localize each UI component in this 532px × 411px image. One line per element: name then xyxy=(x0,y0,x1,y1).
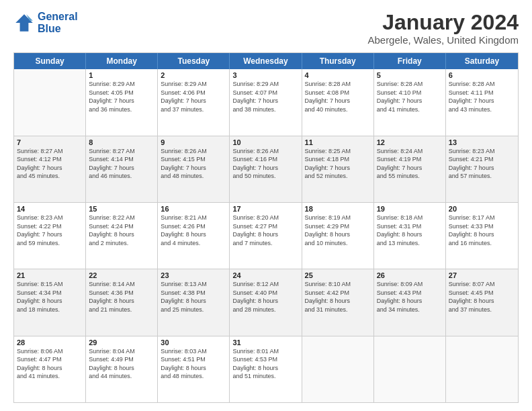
day-info: Sunrise: 8:29 AM Sunset: 4:05 PM Dayligh… xyxy=(89,80,154,113)
day-info: Sunrise: 8:03 AM Sunset: 4:51 PM Dayligh… xyxy=(161,347,226,381)
day-number: 6 xyxy=(449,71,515,79)
day-number: 2 xyxy=(161,71,226,79)
cal-cell-empty xyxy=(302,336,374,402)
day-info: Sunrise: 8:22 AM Sunset: 4:24 PM Dayligh… xyxy=(89,214,154,247)
day-number: 7 xyxy=(17,138,83,146)
day-number: 14 xyxy=(17,205,83,213)
cal-cell-day: 17Sunrise: 8:20 AM Sunset: 4:27 PM Dayli… xyxy=(230,203,302,269)
day-number: 15 xyxy=(89,205,154,213)
day-info: Sunrise: 8:23 AM Sunset: 4:22 PM Dayligh… xyxy=(17,214,83,247)
cal-cell-day: 27Sunrise: 8:07 AM Sunset: 4:45 PM Dayli… xyxy=(446,269,518,335)
cal-cell-day: 7Sunrise: 8:27 AM Sunset: 4:12 PM Daylig… xyxy=(14,136,86,202)
cal-cell-day: 1Sunrise: 8:29 AM Sunset: 4:05 PM Daylig… xyxy=(86,69,158,135)
cal-cell-day: 8Sunrise: 8:27 AM Sunset: 4:14 PM Daylig… xyxy=(86,136,158,202)
day-info: Sunrise: 8:04 AM Sunset: 4:49 PM Dayligh… xyxy=(89,347,154,381)
day-number: 11 xyxy=(305,138,371,146)
cal-cell-empty xyxy=(374,336,446,402)
calendar-body: 1Sunrise: 8:29 AM Sunset: 4:05 PM Daylig… xyxy=(14,69,518,402)
day-info: Sunrise: 8:23 AM Sunset: 4:21 PM Dayligh… xyxy=(449,147,515,181)
day-number: 21 xyxy=(17,271,83,279)
day-info: Sunrise: 8:18 AM Sunset: 4:31 PM Dayligh… xyxy=(377,214,443,247)
day-number: 28 xyxy=(17,338,83,347)
day-number: 5 xyxy=(377,71,443,79)
cal-header-cell: Tuesday xyxy=(158,53,230,69)
cal-cell-day: 10Sunrise: 8:26 AM Sunset: 4:16 PM Dayli… xyxy=(230,136,302,202)
day-info: Sunrise: 8:29 AM Sunset: 4:06 PM Dayligh… xyxy=(161,80,226,113)
day-info: Sunrise: 8:19 AM Sunset: 4:29 PM Dayligh… xyxy=(305,214,371,247)
day-info: Sunrise: 8:28 AM Sunset: 4:11 PM Dayligh… xyxy=(449,80,515,113)
cal-cell-day: 9Sunrise: 8:26 AM Sunset: 4:15 PM Daylig… xyxy=(158,136,230,202)
day-info: Sunrise: 8:25 AM Sunset: 4:18 PM Dayligh… xyxy=(305,147,371,181)
logo-text: General Blue xyxy=(38,11,78,34)
cal-cell-day: 29Sunrise: 8:04 AM Sunset: 4:49 PM Dayli… xyxy=(86,336,158,402)
cal-cell-empty xyxy=(446,336,518,402)
cal-cell-day: 4Sunrise: 8:28 AM Sunset: 4:08 PM Daylig… xyxy=(302,69,374,135)
day-info: Sunrise: 8:06 AM Sunset: 4:47 PM Dayligh… xyxy=(17,347,83,381)
cal-cell-day: 21Sunrise: 8:15 AM Sunset: 4:34 PM Dayli… xyxy=(14,269,86,335)
day-info: Sunrise: 8:10 AM Sunset: 4:42 PM Dayligh… xyxy=(305,280,371,314)
cal-cell-day: 19Sunrise: 8:18 AM Sunset: 4:31 PM Dayli… xyxy=(374,203,446,269)
day-number: 23 xyxy=(161,271,226,279)
cal-cell-day: 13Sunrise: 8:23 AM Sunset: 4:21 PM Dayli… xyxy=(446,136,518,202)
day-info: Sunrise: 8:13 AM Sunset: 4:38 PM Dayligh… xyxy=(161,280,226,314)
cal-cell-day: 18Sunrise: 8:19 AM Sunset: 4:29 PM Dayli… xyxy=(302,203,374,269)
day-number: 10 xyxy=(232,138,298,146)
day-number: 8 xyxy=(89,138,154,146)
header: General Blue January 2024 Abergele, Wale… xyxy=(13,11,519,46)
cal-week-row: 1Sunrise: 8:29 AM Sunset: 4:05 PM Daylig… xyxy=(14,69,518,136)
title-block: January 2024 Abergele, Wales, United Kin… xyxy=(367,11,519,46)
day-number: 13 xyxy=(449,138,515,146)
day-info: Sunrise: 8:21 AM Sunset: 4:26 PM Dayligh… xyxy=(161,214,226,247)
day-number: 26 xyxy=(377,271,443,279)
cal-cell-day: 23Sunrise: 8:13 AM Sunset: 4:38 PM Dayli… xyxy=(158,269,230,335)
svg-marker-0 xyxy=(15,14,33,32)
cal-cell-day: 3Sunrise: 8:29 AM Sunset: 4:07 PM Daylig… xyxy=(230,69,302,135)
day-info: Sunrise: 8:17 AM Sunset: 4:33 PM Dayligh… xyxy=(449,214,515,247)
day-number: 19 xyxy=(377,205,443,213)
day-info: Sunrise: 8:26 AM Sunset: 4:15 PM Dayligh… xyxy=(161,147,226,181)
cal-cell-day: 12Sunrise: 8:24 AM Sunset: 4:19 PM Dayli… xyxy=(374,136,446,202)
cal-cell-empty xyxy=(14,69,86,135)
day-number: 24 xyxy=(232,271,298,279)
day-info: Sunrise: 8:12 AM Sunset: 4:40 PM Dayligh… xyxy=(232,280,298,314)
day-info: Sunrise: 8:29 AM Sunset: 4:07 PM Dayligh… xyxy=(232,80,298,113)
day-number: 30 xyxy=(161,338,226,347)
cal-header-cell: Thursday xyxy=(302,53,374,69)
day-info: Sunrise: 8:01 AM Sunset: 4:53 PM Dayligh… xyxy=(232,347,298,381)
day-info: Sunrise: 8:15 AM Sunset: 4:34 PM Dayligh… xyxy=(17,280,83,314)
day-number: 29 xyxy=(89,338,154,347)
cal-cell-day: 25Sunrise: 8:10 AM Sunset: 4:42 PM Dayli… xyxy=(302,269,374,335)
calendar-header-row: SundayMondayTuesdayWednesdayThursdayFrid… xyxy=(14,53,518,69)
day-info: Sunrise: 8:09 AM Sunset: 4:43 PM Dayligh… xyxy=(377,280,443,314)
cal-cell-day: 6Sunrise: 8:28 AM Sunset: 4:11 PM Daylig… xyxy=(446,69,518,135)
cal-cell-day: 2Sunrise: 8:29 AM Sunset: 4:06 PM Daylig… xyxy=(158,69,230,135)
cal-week-row: 14Sunrise: 8:23 AM Sunset: 4:22 PM Dayli… xyxy=(14,203,518,269)
page: General Blue January 2024 Abergele, Wale… xyxy=(0,0,532,411)
cal-cell-day: 15Sunrise: 8:22 AM Sunset: 4:24 PM Dayli… xyxy=(86,203,158,269)
day-info: Sunrise: 8:20 AM Sunset: 4:27 PM Dayligh… xyxy=(232,214,298,247)
cal-cell-day: 26Sunrise: 8:09 AM Sunset: 4:43 PM Dayli… xyxy=(374,269,446,335)
cal-week-row: 28Sunrise: 8:06 AM Sunset: 4:47 PM Dayli… xyxy=(14,336,518,402)
cal-header-cell: Wednesday xyxy=(230,53,302,69)
cal-cell-day: 14Sunrise: 8:23 AM Sunset: 4:22 PM Dayli… xyxy=(14,203,86,269)
day-number: 27 xyxy=(449,271,515,279)
cal-cell-day: 24Sunrise: 8:12 AM Sunset: 4:40 PM Dayli… xyxy=(230,269,302,335)
cal-header-cell: Monday xyxy=(86,53,158,69)
cal-cell-day: 16Sunrise: 8:21 AM Sunset: 4:26 PM Dayli… xyxy=(158,203,230,269)
day-number: 1 xyxy=(89,71,154,79)
main-title: January 2024 xyxy=(367,11,519,34)
cal-header-cell: Friday xyxy=(374,53,446,69)
cal-header-cell: Saturday xyxy=(446,53,518,69)
cal-cell-day: 30Sunrise: 8:03 AM Sunset: 4:51 PM Dayli… xyxy=(158,336,230,402)
day-info: Sunrise: 8:14 AM Sunset: 4:36 PM Dayligh… xyxy=(89,280,154,314)
day-info: Sunrise: 8:27 AM Sunset: 4:12 PM Dayligh… xyxy=(17,147,83,181)
cal-cell-day: 11Sunrise: 8:25 AM Sunset: 4:18 PM Dayli… xyxy=(302,136,374,202)
day-info: Sunrise: 8:28 AM Sunset: 4:10 PM Dayligh… xyxy=(377,80,443,113)
logo: General Blue xyxy=(13,11,78,34)
cal-week-row: 7Sunrise: 8:27 AM Sunset: 4:12 PM Daylig… xyxy=(14,136,518,203)
day-number: 20 xyxy=(449,205,515,213)
day-number: 9 xyxy=(161,138,226,146)
day-info: Sunrise: 8:27 AM Sunset: 4:14 PM Dayligh… xyxy=(89,147,154,181)
cal-cell-day: 20Sunrise: 8:17 AM Sunset: 4:33 PM Dayli… xyxy=(446,203,518,269)
cal-cell-day: 22Sunrise: 8:14 AM Sunset: 4:36 PM Dayli… xyxy=(86,269,158,335)
